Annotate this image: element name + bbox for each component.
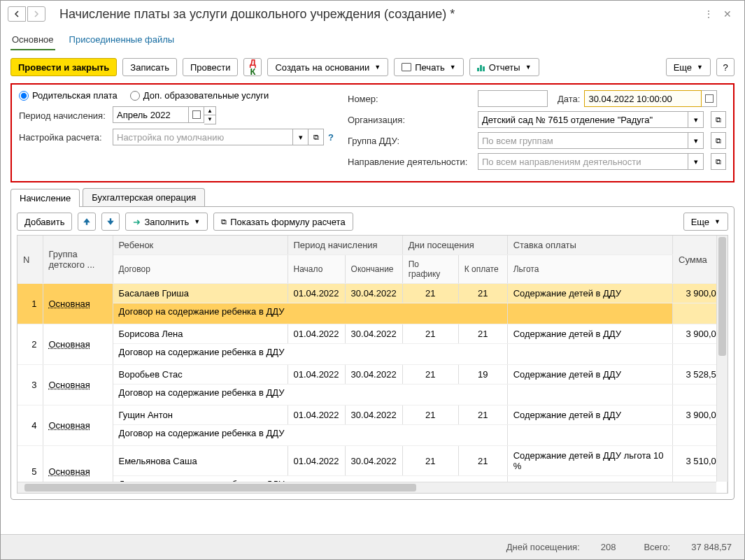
sub-tabs: Начисление Бухгалтерская операция [10,188,735,206]
direction-open-button[interactable]: ⧉ [711,153,726,170]
date-calendar-button[interactable] [702,90,717,107]
setting-input[interactable]: Настройка по умолчанию [113,129,293,145]
period-spinner[interactable]: ▲▼ [204,106,216,124]
help-button[interactable]: ? [716,58,735,76]
direction-input[interactable]: По всем направлениям деятельности [478,153,688,170]
show-formula-button[interactable]: ⧉Показать формулу расчета [213,213,353,231]
group-link[interactable]: Основная [49,420,90,431]
setting-label: Настройка расчета: [19,132,108,143]
post-and-close-button[interactable]: Провести и закрыть [10,58,117,76]
open-icon: ⧉ [716,136,721,145]
period-calendar-button[interactable] [189,106,204,123]
save-button[interactable]: Записать [122,58,177,76]
group-input[interactable]: По всем группам [478,132,688,149]
calendar-icon [705,94,714,103]
move-up-button[interactable] [78,213,96,231]
nav-forward-button[interactable] [27,6,45,22]
subtab-accrual[interactable]: Начисление [10,189,80,207]
col-group[interactable]: Группа детского ... [43,236,113,284]
move-down-button[interactable] [101,213,120,231]
setting-dropdown-button[interactable]: ▾ [293,129,308,145]
reports-button[interactable]: Отчеты▼ [469,58,539,76]
setting-help-icon[interactable]: ? [328,132,334,143]
fill-icon: ➜ [133,217,141,227]
subtab-accounting[interactable]: Бухгалтерская операция [83,188,205,206]
table-row[interactable]: 2ОсновнаяБорисова Лена01.04.202230.04.20… [17,324,728,344]
direction-label: Направление деятельности: [348,157,474,167]
tab-files[interactable]: Присоединенные файлы [68,30,176,50]
footer-days-label: Дней посещения: [506,542,580,552]
col-benefit[interactable]: Льгота [507,255,672,284]
tab-main[interactable]: Основное [10,30,55,50]
period-input[interactable]: Апрель 2022 [113,106,189,123]
setting-open-button[interactable]: ⧉ [308,129,324,145]
open-icon: ⧉ [716,157,721,166]
titlebar: Начисление платы за услуги дошкольного у… [1,1,744,27]
open-icon: ⧉ [221,217,227,227]
col-pay[interactable]: К оплате [458,255,507,284]
table-row[interactable]: 5ОсновнаяЕмельянова Саша01.04.202230.04.… [17,446,728,476]
add-row-button[interactable]: Добавить [17,213,72,231]
table-row[interactable]: 3ОсновнаяВоробьев Стас01.04.202230.04.20… [17,365,728,385]
col-days[interactable]: Дни посещения [402,236,507,255]
close-icon[interactable]: ✕ [723,8,732,20]
open-icon: ⧉ [716,115,721,124]
col-n[interactable]: N [17,236,43,284]
table-row[interactable]: 1ОсновнаяБасалаев Гриша01.04.202230.04.2… [17,284,728,303]
table-subrow[interactable]: Договор на содержание ребенка в ДДУ [17,303,728,324]
more-button[interactable]: Еще▼ [666,58,711,76]
horizontal-scrollbar[interactable] [17,482,716,493]
direction-dropdown-button[interactable]: ▾ [688,153,704,170]
print-button[interactable]: Печать▼ [394,58,464,76]
table-subrow[interactable]: Договор на содержание ребенка в ДДУ [17,385,728,405]
group-open-button[interactable]: ⧉ [711,132,726,149]
group-link[interactable]: Основная [49,339,90,350]
org-dropdown-button[interactable]: ▾ [688,111,704,128]
dt-kt-icon: ДК [250,58,256,76]
col-plan[interactable]: По графику [402,255,458,284]
col-child[interactable]: Ребенок [113,236,288,255]
footer-total-value: 37 848,57 [691,542,732,552]
date-input[interactable]: 30.04.2022 10:00:00 [584,90,702,107]
toolbar: Провести и закрыть Записать Провести ДК … [1,51,744,83]
footer-total-label: Всего: [644,542,670,552]
fill-button[interactable]: ➜Заполнить▼ [125,213,208,231]
create-based-button[interactable]: Создать на основании▼ [267,58,388,76]
col-contract[interactable]: Договор [113,255,288,284]
print-icon [402,63,411,71]
group-dropdown-button[interactable]: ▾ [688,132,704,149]
header-form: Родительская плата Доп. образовательные … [10,83,735,182]
open-icon: ⧉ [313,133,319,142]
period-label: Период начисления: [19,110,108,121]
radio-parent-fee[interactable]: Родительская плата [19,90,118,101]
org-input[interactable]: Детский сад № 7615 отделение "Радуга" [478,111,688,128]
table-row[interactable]: 4ОсновнаяГущин Антон01.04.202230.04.2022… [17,405,728,425]
number-input[interactable] [478,90,548,107]
col-rate[interactable]: Ставка оплаты [507,236,672,255]
col-period[interactable]: Период начисления [288,236,402,255]
group-link[interactable]: Основная [49,466,90,477]
col-start[interactable]: Начало [288,255,345,284]
number-label: Номер: [348,94,474,104]
grid-more-button[interactable]: Еще▼ [683,213,728,231]
nav-back-button[interactable] [8,6,26,22]
window: Начисление платы за услуги дошкольного у… [0,0,745,560]
chart-icon [477,63,485,71]
date-label: Дата: [558,94,580,104]
group-link[interactable]: Основная [49,299,90,309]
footer: Дней посещения: 208 Всего: 37 848,57 [1,534,744,559]
subtab-body: Добавить ➜Заполнить▼ ⧉Показать формулу р… [10,206,735,500]
org-open-button[interactable]: ⧉ [711,111,726,128]
vertical-scrollbar[interactable] [716,236,728,482]
table-subrow[interactable]: Договор на содержание ребенка в ДДУ [17,344,728,365]
col-end[interactable]: Окончание [345,255,402,284]
grid-toolbar: Добавить ➜Заполнить▼ ⧉Показать формулу р… [17,213,728,231]
more-actions-icon[interactable]: ⋮ [704,8,714,20]
grid: N Группа детского ... Ребенок Период нач… [17,235,728,494]
group-link[interactable]: Основная [49,380,90,390]
dt-kt-button[interactable]: ДК [243,58,262,76]
post-button[interactable]: Провести [183,58,239,76]
table-subrow[interactable]: Договор на содержание ребенка в ДДУ [17,425,728,446]
page-title: Начисление платы за услуги дошкольного у… [59,7,704,22]
radio-extra-services[interactable]: Доп. образовательные услуги [130,90,269,101]
